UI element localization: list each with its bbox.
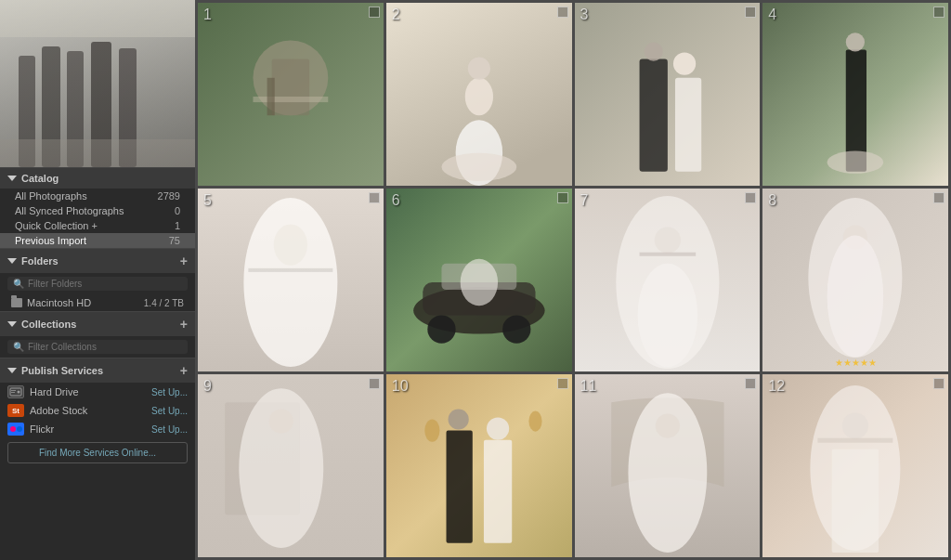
photo-svg-8 [762,189,948,371]
svg-point-45 [654,227,680,253]
photo-checkbox-7[interactable] [745,192,756,203]
catalog-section-header[interactable]: Catalog [0,167,195,189]
photo-svg-1 [198,3,384,186]
photo-checkbox-4[interactable] [933,7,944,18]
photo-cell-2[interactable]: 2 [386,3,572,186]
svg-point-42 [460,259,497,306]
catalog-item-previous[interactable]: Previous Import 75 [0,233,195,248]
photo-number-8: 8 [768,192,776,209]
svg-point-60 [448,409,468,429]
publish-services-section-header[interactable]: Publish Services + [0,358,195,383]
svg-point-22 [441,153,516,181]
photo-checkbox-11[interactable] [745,378,756,389]
photo-inner-3 [575,3,761,186]
publish-triangle-icon [7,368,17,373]
collections-section-header[interactable]: Collections + [0,311,195,336]
svg-point-61 [424,419,439,441]
photo-cell-4[interactable]: 4 [762,3,948,186]
preview-svg [0,0,195,167]
catalog-item-synced-count: 0 [175,205,180,216]
svg-rect-70 [832,449,879,553]
publish-flickr-setup-btn[interactable]: Set Up... [151,424,188,435]
svg-rect-24 [639,59,667,172]
photo-checkbox-3[interactable] [745,7,756,18]
photo-checkbox-12[interactable] [933,378,944,389]
photo-cell-11[interactable]: 11 [575,374,761,557]
photo-cell-12[interactable]: 12 [762,374,948,557]
photo-checkbox-6[interactable] [557,192,568,203]
catalog-item-synced-label: All Synced Photographs [15,205,124,216]
folders-section-header[interactable]: Folders + [0,248,195,273]
folders-search-input[interactable] [28,279,182,289]
publish-hd-label: Hard Drive [30,386,79,397]
collections-search-box[interactable]: 🔍 [7,340,188,354]
svg-point-59 [487,417,509,439]
photo-cell-8[interactable]: 8 ★★★★★ [762,189,948,371]
folders-search-box[interactable]: 🔍 [7,277,188,291]
photo-cell-5[interactable]: 5 [198,189,384,371]
folder-search-icon: 🔍 [13,279,24,289]
photo-cell-7[interactable]: 7 [575,189,761,371]
publish-stock-label: Adobe Stock [30,405,87,416]
publish-add-button[interactable]: + [180,363,188,378]
collections-add-button[interactable]: + [180,317,188,332]
catalog-item-previous-label: Previous Import [15,235,86,246]
svg-point-62 [528,410,541,431]
photo-svg-3 [575,3,761,186]
photo-cell-10[interactable]: 10 [386,374,572,557]
svg-point-68 [842,412,868,438]
photo-inner-8 [762,189,948,371]
collections-search-input[interactable] [28,342,182,352]
svg-point-41 [502,315,530,343]
catalog-item-quick-label: Quick Collection + [15,220,98,231]
photo-checkbox-1[interactable] [369,7,380,18]
catalog-item-all-photos-count: 2789 [158,190,180,202]
catalog-item-synced[interactable]: All Synced Photographs 0 [0,203,195,218]
publish-hd-setup-btn[interactable]: Set Up... [151,387,188,397]
photo-checkbox-5[interactable] [369,192,380,203]
svg-rect-4 [67,51,84,167]
svg-rect-16 [253,97,328,102]
photo-grid: 1 2 [195,0,951,560]
publish-item-harddrive[interactable]: Hard Drive Set Up... [0,383,195,401]
publish-header-left: Publish Services [7,365,103,376]
photo-cell-3[interactable]: 3 [575,3,761,186]
folders-add-button[interactable]: + [180,254,188,268]
photo-cell-9[interactable]: 9 [198,374,384,557]
publish-item-adobe-stock[interactable]: St Adobe Stock Set Up... [0,401,195,420]
svg-point-55 [269,409,293,433]
svg-rect-8 [0,139,195,167]
folder-item-label: Macintosh HD [27,297,91,308]
photo-svg-2 [386,3,572,186]
catalog-item-all-photos[interactable]: All Photographs 2789 [0,189,195,203]
photo-cell-1[interactable]: 1 [198,3,384,186]
flickr-icon [7,423,24,436]
find-more-services-btn[interactable]: Find More Services Online... [7,442,188,463]
collections-search-icon: 🔍 [13,342,24,352]
photo-checkbox-2[interactable] [557,7,568,18]
svg-rect-11 [11,390,16,391]
flickr-blue-dot [17,426,22,432]
catalog-header-left: Catalog [7,173,59,184]
photo-checkbox-10[interactable] [557,378,568,389]
photo-svg-4 [762,3,948,186]
svg-point-47 [637,264,697,367]
publish-stock-setup-btn[interactable]: Set Up... [151,406,188,416]
svg-rect-46 [639,253,696,256]
photo-cell-6[interactable]: 6 [386,189,572,371]
photo-checkbox-9[interactable] [369,378,380,389]
publish-item-flickr[interactable]: Flickr Set Up... [0,420,195,438]
photo-inner-1 [198,3,384,186]
photo-checkbox-8[interactable] [933,192,944,203]
folders-label: Folders [21,255,59,267]
catalog-triangle-icon [7,176,17,181]
svg-rect-6 [119,48,137,167]
photo-inner-6 [386,189,572,371]
catalog-item-quick[interactable]: Quick Collection + 1 [0,218,195,233]
folder-item-macintosh[interactable]: Macintosh HD 1.4 / 2 TB [0,294,195,311]
svg-rect-5 [91,42,111,167]
svg-point-20 [464,78,492,115]
photo-number-5: 5 [203,192,212,209]
photo-inner-7 [575,189,761,371]
svg-rect-69 [818,438,893,443]
